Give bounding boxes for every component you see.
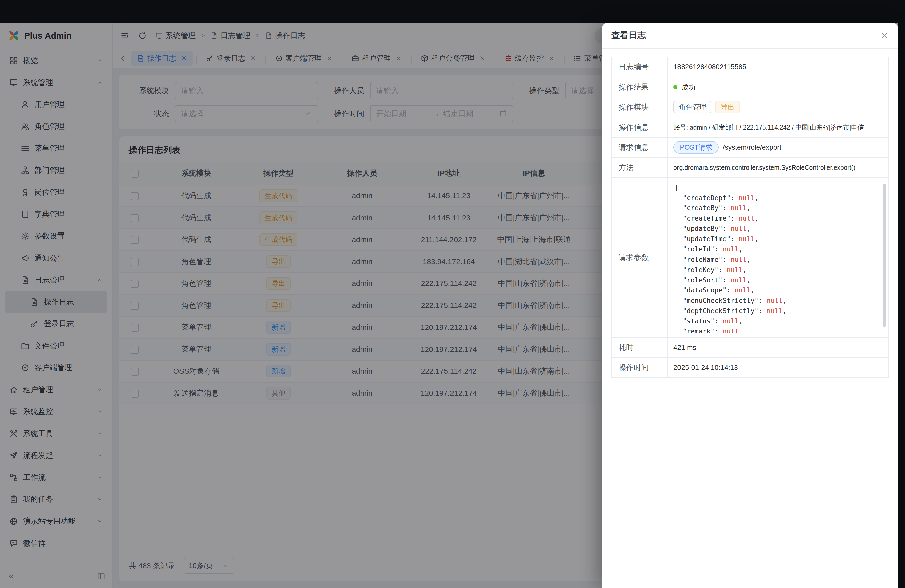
- screen: Plus Admin 概览系统管理用户管理角色管理菜单管理部门管理岗位管理字典管…: [0, 0, 905, 588]
- drawer-body: 日志编号1882612840802115585操作结果成功操作模块角色管理导出操…: [602, 49, 898, 588]
- close-drawer-button[interactable]: [880, 31, 889, 40]
- desc-value: POST请求/system/role/export: [668, 138, 888, 157]
- desc-label: 操作时间: [611, 358, 668, 378]
- desc-row: 方法org.dromara.system.controller.system.S…: [611, 158, 888, 178]
- desc-label: 操作模块: [611, 97, 668, 117]
- request-params-block[interactable]: { "createDept": null, "createBy": null, …: [668, 178, 888, 337]
- browser-chrome-top: [0, 0, 905, 23]
- close-icon: [880, 31, 889, 40]
- desc-value-text: 2025-01-24 10:14:13: [673, 364, 738, 372]
- desc-value-text: 421 ms: [673, 343, 696, 351]
- desc-value: 2025-01-24 10:14:13: [668, 358, 888, 378]
- desc-label: 请求参数: [611, 178, 668, 337]
- desc-value-text: org.dromara.system.controller.system.Sys…: [673, 164, 856, 171]
- desc-row: 操作模块角色管理导出: [611, 97, 888, 118]
- browser-scrollbar[interactable]: [898, 0, 905, 588]
- drawer-header: 查看日志: [602, 23, 898, 49]
- desc-value-text: 1882612840802115585: [673, 63, 746, 71]
- desc-label: 操作结果: [611, 77, 668, 97]
- desc-row: 日志编号1882612840802115585: [611, 57, 888, 77]
- desc-label: 日志编号: [611, 57, 668, 77]
- desc-value: 成功: [668, 77, 888, 97]
- code-scrollbar-thumb[interactable]: [883, 184, 886, 327]
- desc-value-text: 账号: admin / 研发部门 / 222.175.114.242 / 中国|…: [673, 123, 864, 132]
- desc-label: 耗时: [611, 338, 668, 358]
- drawer-title: 查看日志: [611, 30, 646, 41]
- success-status-dot: [673, 85, 678, 89]
- desc-row: 请求信息POST请求/system/role/export: [611, 138, 888, 158]
- desc-row: 耗时421 ms: [611, 338, 888, 358]
- log-detail-descriptions: 日志编号1882612840802115585操作结果成功操作模块角色管理导出操…: [611, 57, 889, 378]
- module-tag: 角色管理: [673, 101, 711, 114]
- desc-value: org.dromara.system.controller.system.Sys…: [668, 158, 888, 177]
- desc-label: 操作信息: [611, 118, 668, 137]
- desc-row: 操作信息账号: admin / 研发部门 / 222.175.114.242 /…: [611, 118, 888, 138]
- request-url: /system/role/export: [723, 143, 781, 151]
- desc-label: 请求信息: [611, 138, 668, 157]
- request-method-tag: POST请求: [673, 141, 719, 154]
- desc-row: 操作结果成功: [611, 77, 888, 97]
- desc-value: 账号: admin / 研发部门 / 222.175.114.242 / 中国|…: [668, 118, 888, 137]
- module-tag: 导出: [716, 101, 740, 114]
- desc-value: 421 ms: [668, 338, 888, 358]
- view-log-drawer: 查看日志 日志编号1882612840802115585操作结果成功操作模块角色…: [602, 23, 898, 588]
- desc-value: 1882612840802115585: [668, 57, 888, 77]
- status-text: 成功: [681, 83, 695, 92]
- desc-label: 方法: [611, 158, 668, 177]
- json-code: { "createDept": null, "createBy": null, …: [675, 183, 880, 333]
- desc-row: 请求参数{ "createDept": null, "createBy": nu…: [611, 178, 888, 338]
- desc-value: 角色管理导出: [668, 97, 888, 117]
- desc-row: 操作时间2025-01-24 10:14:13: [611, 358, 888, 378]
